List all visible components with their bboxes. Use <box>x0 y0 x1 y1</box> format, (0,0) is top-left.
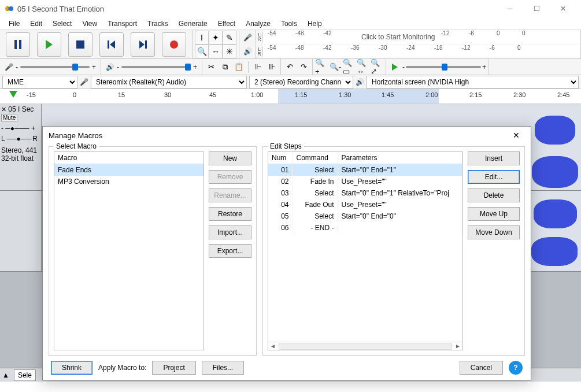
step-row[interactable]: 02Fade InUse_Preset="" <box>268 176 462 187</box>
playhead-icon[interactable] <box>9 91 17 99</box>
menu-select[interactable]: Select <box>47 19 77 29</box>
record-channels-select[interactable]: 2 (Stereo) Recording Chann <box>249 76 353 88</box>
import-macro-button[interactable]: Import... <box>209 225 251 239</box>
menu-tracks[interactable]: Tracks <box>142 19 173 29</box>
zoom-sel-button[interactable]: 🔍▭ <box>343 61 356 73</box>
zoom-in-button[interactable]: 🔍+ <box>315 61 328 73</box>
window-maximize-button[interactable]: ☐ <box>523 0 550 17</box>
multi-tool[interactable]: ✳ <box>223 45 236 58</box>
step-row[interactable]: 03SelectStart="0" End="1" RelativeTo="Pr… <box>268 187 462 199</box>
pause-button[interactable] <box>6 32 30 57</box>
skip-start-button[interactable] <box>99 32 124 57</box>
envelope-tool[interactable]: ✦ <box>209 31 223 45</box>
zoom-tool[interactable]: 🔍 <box>195 45 209 58</box>
macro-item-mp3-conversion[interactable]: MP3 Conversion <box>54 176 203 187</box>
menu-view[interactable]: View <box>77 19 102 29</box>
apply-files-button[interactable]: Files... <box>202 361 244 375</box>
zoom-fit-button[interactable]: 🔍↔ <box>357 61 369 73</box>
steps-table[interactable]: Num Command Parameters 01SelectStart="0"… <box>268 151 463 350</box>
timeline-ruler[interactable]: -15 0 15 30 45 1:00 1:15 1:30 1:45 2:00 … <box>0 89 581 104</box>
svg-rect-9 <box>145 40 147 49</box>
paste-button[interactable]: 📋 <box>232 61 245 73</box>
window-minimize-button[interactable]: ─ <box>497 0 523 17</box>
playback-meter[interactable]: LR -54 -48 -42 -36 -30 -24 -18 -12 -6 0 <box>256 45 580 59</box>
export-macro-button[interactable]: Export... <box>209 244 251 258</box>
menu-tools[interactable]: Tools <box>276 19 302 29</box>
steps-col-num[interactable]: Num <box>268 152 293 164</box>
menu-analyze[interactable]: Analyze <box>240 19 276 29</box>
step-row[interactable]: 06- END - <box>268 222 462 234</box>
steps-horizontal-scrollbar[interactable]: ◄► <box>268 342 462 350</box>
menu-transport[interactable]: Transport <box>102 19 142 29</box>
track-info-2: 32-bit float <box>1 154 40 162</box>
speaker-icon[interactable]: 🔊 <box>240 45 254 58</box>
record-volume-slider[interactable]: 🎤 - + <box>0 59 101 75</box>
movedown-step-button[interactable]: Move Down <box>468 225 520 239</box>
play-button[interactable] <box>37 32 61 57</box>
macro-item-fade-ends[interactable]: Fade Ends <box>54 164 203 176</box>
copy-button[interactable]: ⧉ <box>219 61 231 73</box>
collapse-icon[interactable]: ▲ <box>2 371 9 379</box>
svg-marker-11 <box>392 64 398 71</box>
restore-macro-button[interactable]: Restore <box>209 207 251 221</box>
track-mute-button[interactable]: Mute <box>1 114 17 121</box>
mic-icon[interactable]: 🎤 <box>240 31 254 45</box>
record-device-select[interactable]: Stereomix (Realtek(R) Audio) <box>91 76 247 88</box>
playback-volume-slider[interactable]: 🔊 - + <box>101 59 202 75</box>
menu-edit[interactable]: Edit <box>25 19 47 29</box>
apply-project-button[interactable]: Project <box>152 361 195 375</box>
menu-effect[interactable]: Effect <box>213 19 240 29</box>
window-title: 05 I Second That Emotion <box>17 5 497 13</box>
step-row[interactable]: 01SelectStart="0" End="1" <box>268 164 462 176</box>
timeshift-tool[interactable]: ↔ <box>209 45 223 58</box>
menu-help[interactable]: Help <box>302 19 327 29</box>
new-macro-button[interactable]: New <box>209 151 251 165</box>
cancel-button[interactable]: Cancel <box>460 361 503 375</box>
track-control-panel[interactable]: ✕ 05 I Sec Mute - ─●─── + L ──●── R Ster… <box>0 104 42 190</box>
stop-button[interactable] <box>68 32 92 57</box>
macro-list[interactable]: Macro Fade Ends MP3 Conversion <box>54 151 204 350</box>
skip-end-button[interactable] <box>131 32 155 57</box>
speed-slider[interactable] <box>406 66 481 68</box>
dialog-close-button[interactable]: ✕ <box>508 131 525 140</box>
draw-tool[interactable]: ✎ <box>223 31 236 45</box>
cut-button[interactable]: ✂ <box>205 61 217 73</box>
shrink-button[interactable]: Shrink <box>51 361 92 375</box>
remove-macro-button[interactable]: Remove <box>209 170 251 184</box>
steps-col-parameters[interactable]: Parameters <box>338 152 462 164</box>
svg-rect-2 <box>14 40 17 49</box>
zoom-out-button[interactable]: 🔍- <box>329 61 342 73</box>
playback-device-select[interactable]: Horizontal screen (NVIDIA High <box>367 76 579 88</box>
delete-step-button[interactable]: Delete <box>468 188 520 202</box>
macro-list-header: Macro <box>54 152 203 164</box>
window-close-button[interactable]: ✕ <box>550 0 576 17</box>
redo-button[interactable]: ↷ <box>297 61 310 73</box>
steps-col-command[interactable]: Command <box>293 152 338 164</box>
edit-step-button[interactable]: Edit... <box>468 170 520 184</box>
moveup-step-button[interactable]: Move Up <box>468 207 520 221</box>
rename-macro-button[interactable]: Rename... <box>209 188 251 202</box>
insert-step-button[interactable]: Insert <box>468 151 520 165</box>
record-button[interactable] <box>162 32 186 57</box>
svg-marker-12 <box>9 91 17 98</box>
audio-host-select[interactable]: MME <box>2 76 77 88</box>
play-at-speed-button[interactable] <box>388 61 401 73</box>
undo-button[interactable]: ↶ <box>283 61 296 73</box>
trim-button[interactable]: ⊩ <box>251 61 264 73</box>
menu-generate[interactable]: Generate <box>173 19 213 29</box>
track-close-button[interactable]: ✕ <box>1 106 6 113</box>
selection-tool[interactable]: I <box>195 31 209 45</box>
toolbar-row-1: I ✦ ✎ 🔍 ↔ ✳ 🎤 🔊 LR -54 -48 -42 Click to … <box>0 30 581 59</box>
record-meter[interactable]: LR -54 -48 -42 Click to Start Monitoring… <box>256 30 580 45</box>
edit-steps-group: Edit Steps Num Command Parameters 01Sele… <box>262 146 525 356</box>
menu-file[interactable]: File <box>3 19 25 29</box>
step-row[interactable]: 04Fade OutUse_Preset="" <box>268 199 462 210</box>
meter-click-message: Click to Start Monitoring <box>361 33 435 41</box>
help-button[interactable]: ? <box>509 361 523 375</box>
dialog-titlebar[interactable]: Manage Macros ✕ <box>43 127 531 144</box>
silence-button[interactable]: ⊪ <box>265 61 278 73</box>
dialog-footer: Shrink Apply Macro to: Project Files... … <box>43 356 531 380</box>
zoom-toggle-button[interactable]: 🔍⤢ <box>371 61 383 73</box>
track-control-panel-2[interactable] <box>0 191 42 271</box>
step-row[interactable]: 05SelectStart="0" End="0" <box>268 210 462 222</box>
